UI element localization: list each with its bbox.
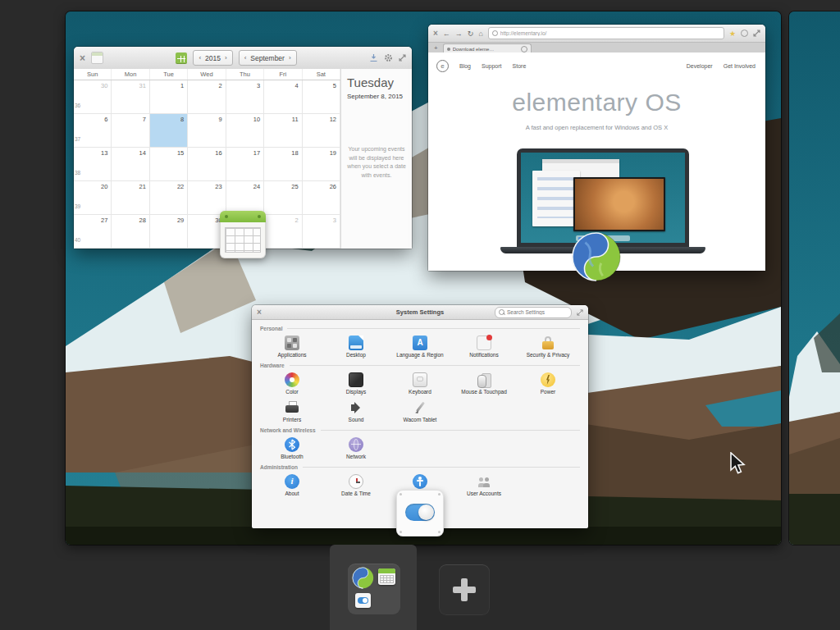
settings-item-power[interactable]: Power — [516, 371, 580, 397]
settings-item-bluetooth[interactable]: Bluetooth — [260, 436, 324, 462]
chevron-right-icon[interactable]: › — [289, 54, 291, 62]
calendar-day-cell[interactable]: 11 — [264, 114, 302, 148]
extensions-icon[interactable] — [741, 30, 748, 37]
nav-link-support[interactable]: Support — [482, 63, 502, 69]
add-workspace-button[interactable] — [439, 564, 490, 615]
settings-item-applications[interactable]: Applications — [260, 334, 324, 360]
calendar-day-cell[interactable]: 24 — [226, 181, 264, 215]
settings-item-language-region[interactable]: A Language & Region — [388, 334, 452, 360]
calendar-day-cell[interactable]: 2 — [188, 80, 226, 114]
calendar-day-headers: Sun Mon Tue Wed Thu Fri Sat — [74, 69, 340, 80]
settings-item-printers[interactable]: Printers — [260, 399, 324, 425]
settings-search-field[interactable] — [495, 307, 572, 318]
nav-link-get-involved[interactable]: Get Involved — [724, 63, 756, 69]
settings-item-user-accounts[interactable]: User Accounts — [452, 472, 516, 499]
hero-title: elementary OS — [428, 89, 765, 116]
settings-item-notifications[interactable]: Notifications — [452, 334, 516, 360]
nav-link-blog[interactable]: Blog — [459, 63, 471, 69]
year-spinner[interactable]: ‹ 2015 › — [193, 50, 232, 66]
calendar-day-cell[interactable]: 29 — [150, 215, 188, 249]
reload-icon[interactable]: ↻ — [468, 30, 474, 38]
calendar-day-cell[interactable]: 20 — [74, 181, 112, 215]
search-input[interactable] — [507, 309, 568, 315]
gear-icon[interactable] — [384, 53, 393, 62]
settings-item-mouse-touchpad[interactable]: Mouse & Touchpad — [452, 371, 516, 397]
export-icon[interactable] — [369, 53, 378, 62]
close-icon[interactable]: × — [433, 29, 438, 38]
settings-mini-icon — [355, 593, 371, 608]
calendar-day-cell[interactable]: 19 — [303, 148, 340, 181]
close-icon[interactable]: × — [80, 52, 85, 64]
calendar-day-cell[interactable]: 22 — [150, 181, 188, 215]
calendar-day-cell[interactable]: 17 — [226, 148, 264, 181]
settings-app-icon-overlay[interactable] — [396, 490, 444, 536]
url-bar[interactable] — [488, 27, 724, 39]
calendar-day-cell[interactable]: 1 — [150, 80, 188, 114]
url-input[interactable] — [500, 30, 720, 36]
calendar-day-cell-selected[interactable]: 8 — [150, 114, 188, 148]
maximize-icon[interactable] — [577, 309, 583, 316]
calendar-day-cell[interactable]: 7 — [112, 114, 149, 148]
calendar-day-cell[interactable]: 15 — [150, 148, 188, 181]
calendar-day-cell[interactable]: 12 — [303, 114, 340, 148]
section-administration: Administration — [260, 464, 580, 470]
settings-item-displays[interactable]: Displays — [324, 371, 388, 397]
forward-icon[interactable]: → — [455, 30, 463, 38]
midori-app-icon-overlay[interactable] — [571, 231, 622, 282]
settings-item-color[interactable]: Color — [260, 371, 324, 397]
workspace-preview-right[interactable] — [789, 11, 840, 545]
calendar-day-cell[interactable]: 23 — [188, 181, 226, 215]
home-icon[interactable]: ⌂ — [478, 30, 482, 38]
bookmarks-icon[interactable]: ★ — [729, 30, 736, 38]
calendar-day-cell[interactable]: 28 — [112, 215, 149, 249]
settings-item-network[interactable]: Network — [324, 436, 388, 462]
no-events-message: Your upcoming events will be displayed h… — [347, 145, 406, 180]
calendar-day-cell[interactable]: 4 — [264, 80, 302, 114]
jump-to-today-icon[interactable] — [176, 52, 187, 64]
calendar-day-cell[interactable]: 18 — [264, 148, 302, 181]
calendar-day-cell[interactable]: 3 — [303, 215, 340, 249]
calendar-day-cell[interactable]: 10 — [226, 114, 264, 148]
nav-link-store[interactable]: Store — [513, 63, 527, 69]
elementary-logo-icon[interactable]: e — [436, 60, 449, 72]
workspace-icon-group[interactable] — [348, 564, 400, 614]
settings-item-about[interactable]: i About — [260, 472, 324, 499]
settings-item-desktop[interactable]: Desktop — [324, 334, 388, 360]
calendar-day-cell[interactable]: 30 — [74, 80, 112, 114]
calendar-day-cell[interactable]: 14 — [112, 148, 149, 181]
calendar-day-cell[interactable]: 6 — [74, 114, 112, 148]
calendar-day-cell[interactable]: 9 — [188, 114, 226, 148]
mouse-touchpad-icon — [477, 372, 491, 387]
toggle-switch-icon — [405, 504, 435, 521]
calendar-day-cell[interactable]: 2 — [264, 215, 302, 249]
nav-link-developer[interactable]: Developer — [687, 63, 713, 69]
calendar-day-cell[interactable]: 3 — [226, 80, 264, 114]
calendar-day-cell[interactable]: 5 — [303, 80, 340, 114]
settings-item-date-time[interactable]: Date & Time — [324, 472, 388, 499]
calendar-app-icon-overlay[interactable] — [220, 211, 266, 258]
network-icon — [349, 437, 363, 452]
month-spinner[interactable]: ‹ September › — [239, 50, 297, 66]
calendar-day-cell[interactable]: 21 — [112, 181, 149, 215]
settings-item-security-privacy[interactable]: Security & Privacy — [516, 334, 580, 360]
calendar-day-cell[interactable]: 13 — [74, 148, 112, 181]
calendar-day-cell[interactable]: 26 — [303, 181, 340, 215]
week-number: 38 — [75, 170, 80, 176]
chevron-right-icon[interactable]: › — [225, 54, 227, 62]
settings-item-keyboard[interactable]: Keyboard — [388, 371, 452, 397]
maximize-icon[interactable] — [399, 54, 406, 62]
calendar-day-cell[interactable]: 16 — [188, 148, 226, 181]
chevron-left-icon[interactable]: ‹ — [244, 54, 247, 62]
calendar-day-cell[interactable]: 31 — [112, 80, 149, 114]
maximize-icon[interactable] — [753, 30, 760, 37]
chevron-left-icon[interactable]: ‹ — [199, 54, 201, 62]
settings-item-sound[interactable]: Sound — [324, 399, 388, 425]
settings-item-wacom-tablet[interactable]: Wacom Tablet — [388, 399, 452, 425]
close-icon[interactable]: × — [257, 308, 262, 317]
tab-title: Download eleme… — [453, 47, 518, 52]
calendar-day-cell[interactable]: 27 — [74, 215, 112, 249]
back-icon[interactable]: ← — [443, 30, 450, 38]
wacom-tablet-icon — [413, 400, 427, 415]
tab-close-icon[interactable] — [521, 46, 527, 52]
calendar-day-cell[interactable]: 25 — [264, 181, 302, 215]
